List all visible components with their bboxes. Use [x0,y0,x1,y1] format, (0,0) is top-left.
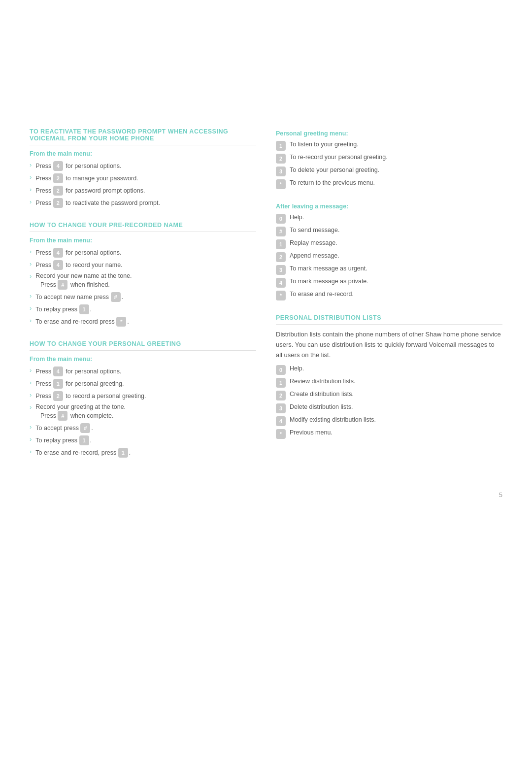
list-item: 2Append message. [276,252,502,262]
badge-1: 1 [53,379,63,389]
list-item: 1Review distribution lists. [276,378,502,388]
list-item: ›To erase and re-record press *. [30,317,256,327]
page-number: 5 [30,491,502,499]
badge-star: * [116,317,126,327]
badge-3: 3 [276,167,286,176]
section-reactivate-password: TO REACTIVATE THE PASSWORD PROMPT WHEN A… [30,128,256,208]
chevron-icon: › [30,403,32,411]
personal-greeting-menu-list: 1To listen to your greeting. 2To re-reco… [276,141,502,189]
list-item: *To erase and re-record. [276,291,502,300]
chevron-icon: › [30,435,32,443]
list-item: 3Delete distribution lists. [276,403,502,413]
list-item: ›Press 1 for personal greeting. [30,379,256,389]
list-item: ›Press 2 to reactivate the password prom… [30,198,256,208]
section-after-leaving-message: After leaving a message: 0Help. #To send… [276,203,502,300]
badge-2: 2 [276,252,286,262]
left-column: TO REACTIVATE THE PASSWORD PROMPT WHEN A… [30,128,256,471]
list-item: 0Help. [276,365,502,375]
section-change-greeting: HOW TO CHANGE YOUR PERSONAL GREETING Fro… [30,340,256,458]
list-item: 3To mark message as urgent. [276,265,502,275]
badge-1: 1 [276,239,286,249]
list-item: ›Press 2 to record a personal greeting. [30,391,256,401]
badge-3: 3 [276,265,286,275]
list-item: ›To accept press #. [30,423,256,433]
badge-1: 1 [276,141,286,151]
badge-4: 4 [276,278,286,288]
section-change-name-subsection: From the main menu: [30,237,256,244]
list-item: 3To delete your personal greeting. [276,167,502,176]
section-change-greeting-title: HOW TO CHANGE YOUR PERSONAL GREETING [30,340,256,351]
badge-2: 2 [53,391,63,401]
list-item: #To send message. [276,227,502,236]
badge-2: 2 [53,186,63,196]
section-reactivate-password-title: TO REACTIVATE THE PASSWORD PROMPT WHEN A… [30,128,256,145]
badge-1: 1 [118,448,128,458]
badge-2: 2 [53,173,63,183]
after-leaving-message-list: 0Help. #To send message. 1Replay message… [276,214,502,300]
chevron-icon: › [30,423,32,431]
list-item: 4Modify existing distribution lists. [276,416,502,426]
badge-star: * [276,179,286,189]
list-item: ›Press 4 to record your name. [30,260,256,270]
badge-4: 4 [53,260,63,270]
badge-hash: # [58,411,67,421]
section-change-name: HOW TO CHANGE YOUR PRE-RECORDED NAME Fro… [30,222,256,327]
chevron-icon: › [30,173,32,181]
badge-2: 2 [276,154,286,164]
list-item: *Previous menu. [276,429,502,439]
badge-hash: # [276,227,286,236]
section-change-name-title: HOW TO CHANGE YOUR PRE-RECORDED NAME [30,222,256,232]
section-distribution-lists-title: PERSONAL DISTRIBUTION LISTS [276,314,502,325]
chevron-icon: › [30,366,32,374]
list-item: 2To re-record your personal greeting. [276,154,502,164]
distribution-lists-list: 0Help. 1Review distribution lists. 2Crea… [276,365,502,439]
right-column: Personal greeting menu: 1To listen to yo… [276,128,502,471]
chevron-icon: › [30,248,32,255]
chevron-icon: › [30,292,32,300]
chevron-icon: › [30,272,32,280]
list-item: ›To replay press 1. [30,435,256,445]
badge-0: 0 [276,365,286,375]
chevron-icon: › [30,260,32,267]
list-item: › Record your new name at the tone. Pres… [30,272,256,290]
badge-star: * [276,429,286,439]
list-item: ›Press 2 to manage your password. [30,173,256,183]
section-after-leaving-message-title: After leaving a message: [276,203,502,210]
badge-2: 2 [276,391,286,400]
badge-hash: # [111,292,121,302]
badge-2: 2 [53,198,63,208]
badge-star: * [276,291,286,300]
badge-4: 4 [276,416,286,426]
badge-4: 4 [53,161,63,171]
section-change-greeting-subsection: From the main menu: [30,356,256,363]
section-reactivate-subsection: From the main menu: [30,150,256,157]
chevron-icon: › [30,317,32,324]
section-change-greeting-steps: ›Press 4 for personal options. ›Press 1 … [30,366,256,458]
badge-hash: # [58,280,67,290]
badge-1: 1 [79,435,89,445]
list-item: 1To listen to your greeting. [276,141,502,151]
list-item: ›To accept new name press #. [30,292,256,302]
badge-0: 0 [276,214,286,224]
section-reactivate-steps: ›Press 4 for personal options. ›Press 2 … [30,161,256,208]
chevron-icon: › [30,379,32,386]
chevron-icon: › [30,304,32,312]
chevron-icon: › [30,198,32,205]
list-item: ›Press 4 for personal options. [30,366,256,376]
list-item: *To return to the previous menu. [276,179,502,189]
list-item: › Record your greeting at the tone. Pres… [30,403,256,421]
list-item: 0Help. [276,214,502,224]
badge-hash: # [80,423,90,433]
section-personal-greeting-menu: Personal greeting menu: 1To listen to yo… [276,130,502,189]
list-item: ›To erase and re-record, press 1. [30,448,256,458]
list-item: 1Replay message. [276,239,502,249]
list-item: 2Create distribution lists. [276,391,502,400]
distribution-description: Distribution lists contain the phone num… [276,330,502,360]
list-item: ›Press 2 for password prompt options. [30,186,256,196]
section-personal-greeting-menu-title: Personal greeting menu: [276,130,502,137]
list-item: 4To mark message as private. [276,278,502,288]
badge-3: 3 [276,403,286,413]
chevron-icon: › [30,186,32,193]
chevron-icon: › [30,161,32,168]
section-change-name-steps: ›Press 4 for personal options. ›Press 4 … [30,248,256,327]
